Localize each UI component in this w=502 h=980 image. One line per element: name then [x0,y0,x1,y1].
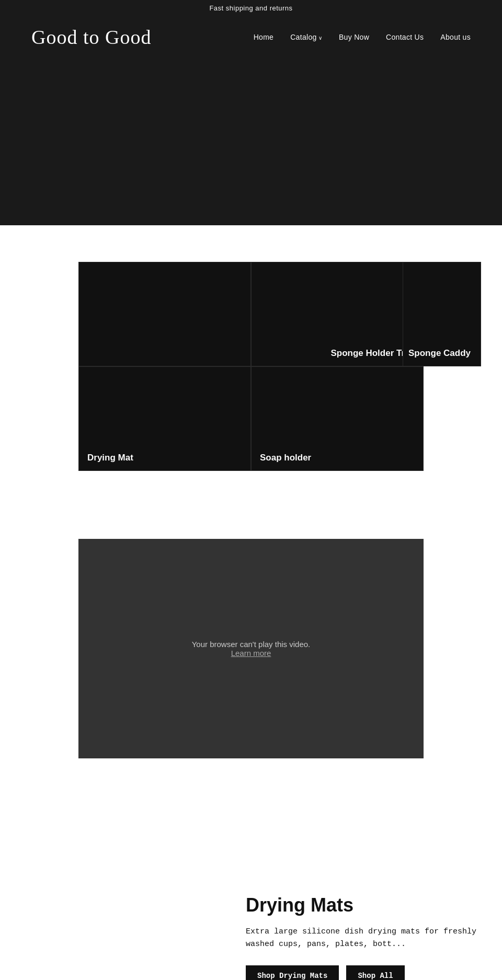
product-grid-inner: Sponge Holder Tray Drying Mat Soap holde… [78,262,424,471]
shop-drying-mats-button[interactable]: Shop Drying Mats [246,965,339,980]
nav-link-buynow[interactable]: Buy Now [339,33,369,41]
soap-holder-label: Soap holder [260,453,311,463]
video-section: Your browser can't play this video. Lear… [78,539,424,758]
sponge-holder-tray-label: Sponge Holder Tray [330,348,415,359]
drying-mats-image [0,884,235,980]
nav-item-contact[interactable]: Contact Us [386,32,424,42]
video-browser-message: Your browser can't play this video. [192,640,311,649]
nav-item-catalog[interactable]: Catalog [290,32,322,42]
product-grid-section: Sponge Holder Tray Drying Mat Soap holde… [0,262,502,471]
nav-link-about[interactable]: About us [440,33,471,41]
video-learn-more-link[interactable]: Learn more [231,649,271,658]
drying-mats-title: Drying Mats [246,894,481,916]
drying-mat-label: Drying Mat [87,453,133,463]
nav-item-about[interactable]: About us [440,32,471,42]
nav-link-home[interactable]: Home [254,33,274,41]
nav-item-home[interactable]: Home [254,32,274,42]
gap-1 [0,225,502,262]
nav-item-buynow[interactable]: Buy Now [339,32,369,42]
site-logo[interactable]: Good to Good [31,26,151,49]
product-cell-top-right[interactable]: Sponge Holder Tray [251,262,424,366]
product-cell-soap-holder[interactable]: Soap holder [251,366,424,471]
drying-mats-content: Drying Mats Extra large silicone dish dr… [235,884,502,980]
gap-3 [0,790,502,842]
navbar: Good to Good Home Catalog Buy Now Contac… [0,16,502,58]
product-grid-wrapper: Sponge Holder Tray Drying Mat Soap holde… [78,262,424,471]
announcement-text: Fast shipping and returns [209,4,292,12]
nav-link-contact[interactable]: Contact Us [386,33,424,41]
gap-2 [0,471,502,508]
hero-section [0,58,502,225]
nav-links: Home Catalog Buy Now Contact Us About us [254,32,471,42]
product-cell-sponge-caddy[interactable]: Sponge Caddy [403,262,481,366]
nav-link-catalog[interactable]: Catalog [290,33,322,41]
product-cell-drying-mat[interactable]: Drying Mat [78,366,251,471]
drying-mats-section: Drying Mats Extra large silicone dish dr… [0,842,502,980]
shop-all-button[interactable]: Shop All [346,965,404,980]
sponge-caddy-label: Sponge Caddy [408,348,471,359]
product-cell-top-left[interactable] [78,262,251,366]
announcement-bar: Fast shipping and returns [0,0,502,16]
drying-mats-buttons: Shop Drying Mats Shop All [246,965,481,980]
drying-mats-description: Extra large silicone dish drying mats fo… [246,926,481,951]
